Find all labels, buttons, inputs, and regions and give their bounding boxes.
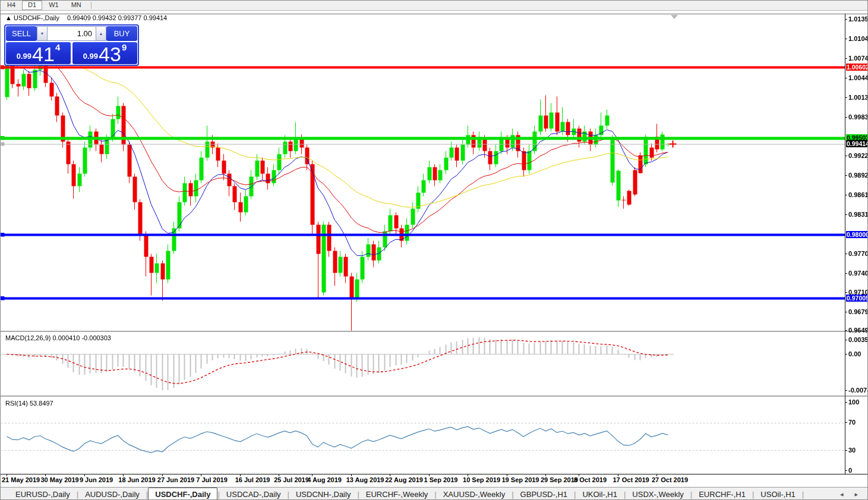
macd-axis-label: 0.00 [848, 350, 861, 357]
macd-axis-label: -0.00749 [848, 387, 868, 394]
price-level-label: 1.00602 [846, 64, 868, 71]
macd-values: 0.000410 -0.000303 [52, 334, 111, 341]
rsi-axis-tick [845, 402, 847, 403]
price-axis-tick [845, 312, 847, 312]
price-axis-tick [845, 175, 847, 176]
sell-price-prefix: 0.99 [17, 52, 31, 61]
date-label: 21 May 2019 [2, 476, 40, 483]
rsi-axis-label: 70 [848, 419, 856, 426]
price-level-label: 0.98000 [846, 231, 868, 238]
rsi-axis-label: 30 [848, 447, 856, 454]
timeframe-button-mn[interactable]: MN [65, 1, 87, 10]
price-axis-tick [845, 195, 847, 195]
macd-axis-tick [845, 390, 847, 391]
macd-pane-separator[interactable] [1, 331, 868, 333]
price-axis-tick [845, 214, 847, 215]
tab-usoil-h1[interactable]: USOil-,H1 [754, 489, 802, 500]
hline-handle[interactable] [1, 296, 4, 300]
buy-price-big: 43 [99, 45, 121, 63]
sell-button[interactable]: SELL [6, 26, 37, 41]
macd-label: MACD(12,26,9) 0.000410 -0.000303 [5, 334, 111, 341]
date-label: 10 Sep 2019 [463, 476, 500, 483]
buy-price-sup: 9 [122, 42, 127, 52]
buy-price-display[interactable]: 0.99 43 9 [72, 42, 137, 64]
price-axis-label: 0.99225 [848, 152, 868, 159]
date-label: 17 Oct 2019 [613, 476, 649, 483]
volume-increase-button[interactable]: ▴ [96, 26, 106, 41]
price-axis-label: 0.99830 [848, 113, 868, 121]
hline-handle[interactable] [1, 65, 4, 69]
price-axis-label: 0.98615 [848, 191, 868, 198]
date-label: 9 Jun 2019 [80, 476, 113, 483]
date-label: 22 Aug 2019 [385, 476, 423, 483]
date-label: 18 Jun 2019 [118, 476, 155, 483]
price-axis-label: 1.01045 [848, 35, 868, 42]
chart-symbol-header: ▲ USDCHF-,Daily 0.99409 0.99432 0.99377 … [5, 14, 167, 21]
tab-eurchf-h1[interactable]: EURCHF-,H1 [692, 489, 752, 500]
rsi-axis-label: 0 [848, 467, 852, 474]
macd-axis-tick [845, 354, 847, 355]
price-axis-label: 0.98920 [848, 172, 868, 179]
buy-price-prefix: 0.99 [83, 52, 98, 61]
hline-handle[interactable] [1, 233, 4, 236]
price-level-label: 0.99414 [846, 140, 868, 147]
macd-axis-label: 0.003574 [848, 336, 868, 343]
price-axis-tick [845, 117, 847, 118]
tab-gbpusd-h1[interactable]: GBPUSD-,H1 [514, 489, 574, 500]
tab-audusd-daily[interactable]: AUDUSD-,Daily [78, 489, 146, 500]
date-label: 16 Jul 2019 [235, 476, 270, 483]
date-label: 7 Jul 2019 [196, 476, 228, 483]
rsi-axis-tick [845, 422, 847, 423]
toolbar-separator [91, 2, 91, 9]
date-label: 19 Sep 2019 [502, 476, 539, 483]
price-axis-tick [845, 97, 847, 98]
price-axis-label: 1.00740 [848, 55, 868, 62]
macd-panel-canvas[interactable] [1, 332, 845, 396]
buy-button[interactable]: BUY [106, 26, 137, 41]
tab-usdcad-daily[interactable]: USDCAD-,Daily [220, 489, 288, 500]
tab-scroll-arrows[interactable]: ◂ ▸ [840, 490, 863, 498]
macd-axis-tick [845, 340, 847, 340]
tab-ukoil-h1[interactable]: UKOil-,H1 [576, 489, 624, 500]
tab-xauusd-weekly[interactable]: XAUUSD-,Weekly [437, 489, 512, 500]
volume-input[interactable]: 1.00 [48, 26, 96, 41]
rsi-value: 53.8497 [30, 400, 53, 407]
timeframe-toolbar: H4D1W1MN [1, 1, 868, 11]
rsi-pane-separator[interactable] [1, 395, 868, 397]
date-label: 8 Oct 2019 [574, 476, 607, 483]
tab-usdcnh-daily[interactable]: USDCNH-,Daily [289, 489, 357, 500]
price-axis-tick [845, 156, 847, 156]
chart-shift-marker-icon[interactable] [671, 15, 678, 19]
date-label: 27 Jun 2019 [157, 476, 194, 483]
price-axis-label: 0.96490 [848, 327, 868, 334]
price-axis-label: 1.01350 [848, 15, 868, 23]
price-axis-label: 1.00440 [848, 74, 868, 81]
sell-price-display[interactable]: 0.99 41 4 [6, 42, 71, 64]
date-label: 13 Aug 2019 [346, 476, 384, 483]
timeframe-button-d1[interactable]: D1 [22, 1, 42, 10]
price-level-label: 0.97005 [846, 295, 868, 302]
date-label: 27 Oct 2019 [652, 476, 688, 483]
price-axis-tick [845, 39, 847, 39]
sell-price-big: 41 [32, 45, 55, 63]
tab-eurusd-daily[interactable]: EURUSD-,Daily [9, 489, 77, 500]
date-label: 1 Sep 2019 [424, 476, 458, 483]
price-axis-tick [845, 58, 847, 59]
one-click-trade-panel: SELL ▾ 1.00 ▴ BUY 0.99 41 4 0.99 43 9 [4, 24, 139, 66]
rsi-axis-label: 100 [848, 398, 859, 406]
tab-separator: | [802, 490, 804, 499]
price-axis-tick [845, 19, 847, 20]
timeframe-button-w1[interactable]: W1 [43, 1, 65, 10]
volume-decrease-button[interactable]: ▾ [37, 26, 48, 41]
tab-usdx-weekly[interactable]: USDX-,Weekly [626, 489, 690, 500]
tab-eurchf-weekly[interactable]: EURCHF-,Weekly [359, 489, 435, 500]
ohlc-values: 0.99409 0.99432 0.99377 0.99414 [67, 14, 167, 21]
tab-usdchf-daily[interactable]: USDCHF-,Daily [148, 488, 217, 500]
rsi-axis-tick [845, 470, 847, 471]
rsi-panel-canvas[interactable] [1, 397, 845, 474]
timeframe-button-h4[interactable]: H4 [1, 1, 21, 10]
sell-price-sup: 4 [55, 42, 60, 52]
hline-handle[interactable] [1, 136, 4, 140]
symbol-label: USDCHF-,Daily [14, 14, 59, 21]
rsi-axis-tick [845, 450, 847, 451]
